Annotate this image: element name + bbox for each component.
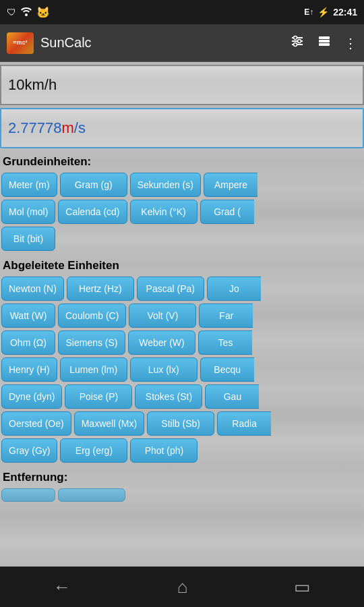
abgeleitet-row-6: Oersted (Oe) Maxwell (Mx) Stilb (Sb) Rad… (1, 411, 363, 436)
btn-joule[interactable]: Jo (207, 277, 261, 301)
btn-henry[interactable]: Henry (H) (1, 357, 57, 382)
abgeleitet-row-7: Gray (Gy) Erg (erg) Phot (ph) (1, 438, 363, 463)
clock: 22:41 (333, 7, 357, 18)
abgeleitet-row-3: Ohm (Ω) Siemens (S) Weber (W) Tes (1, 330, 363, 355)
btn-ampere[interactable]: Ampere (204, 173, 257, 197)
more-icon[interactable]: ⋮ (344, 35, 357, 51)
main-content: 10km/h 2.77778m/s Grundeinheiten: Meter … (0, 62, 364, 567)
btn-calenda[interactable]: Calenda (cd) (58, 200, 127, 224)
home-button[interactable]: ⌂ (164, 571, 202, 603)
btn-watt[interactable]: Watt (W) (1, 304, 55, 328)
svg-point-5 (298, 40, 301, 43)
svg-point-4 (294, 36, 297, 40)
btn-farad[interactable]: Far (199, 304, 253, 328)
btn-phot[interactable]: Phot (ph) (130, 438, 198, 463)
content-scroll: 10km/h 2.77778m/s Grundeinheiten: Meter … (0, 62, 364, 567)
btn-entfernung-1[interactable] (1, 488, 55, 502)
title-bar: =mc² SunCalc ⋮ (0, 24, 364, 62)
logo-text: =mc² (13, 40, 27, 46)
btn-tesla[interactable]: Tes (198, 330, 252, 355)
input-value-ms-suffix: /s (74, 119, 86, 137)
status-bar: 🛡 🐱 E↑ ⚡ 22:41 (0, 0, 364, 24)
sliders-icon[interactable] (290, 34, 305, 52)
grundeinheiten-buttons: Meter (m) Gram (g) Sekunden (s) Ampere M… (0, 171, 364, 255)
btn-sekunden[interactable]: Sekunden (s) (130, 173, 201, 197)
btn-kelvin[interactable]: Kelvin (°K) (130, 200, 198, 224)
btn-oersted[interactable]: Oersted (Oe) (1, 411, 71, 436)
btn-newton[interactable]: Newton (N) (1, 277, 64, 301)
svg-point-0 (25, 13, 28, 16)
btn-gauss[interactable]: Gau (205, 384, 259, 409)
svg-point-6 (294, 43, 297, 47)
btn-lux[interactable]: Lux (lx) (130, 357, 198, 382)
btn-stokes[interactable]: Stokes (St) (135, 384, 202, 409)
nav-bar: ← ⌂ ▭ (0, 567, 364, 607)
input-value-ms-main: 2.77778 (8, 119, 62, 137)
btn-mol[interactable]: Mol (mol) (1, 200, 55, 224)
btn-meter[interactable]: Meter (m) (1, 173, 57, 197)
grundeinheiten-row-2: Mol (mol) Calenda (cd) Kelvin (°K) Grad … (1, 200, 363, 224)
abgeleitet-buttons: Newton (N) Hertz (Hz) Pascal (Pa) Jo Wat… (0, 275, 364, 467)
title-bar-actions: ⋮ (290, 34, 357, 52)
section-grundeinheiten: Grundeinheiten: (0, 151, 364, 171)
back-button[interactable]: ← (40, 571, 84, 603)
svg-rect-8 (319, 40, 330, 42)
btn-gram[interactable]: Gram (g) (60, 173, 127, 197)
abgeleitet-row-5: Dyne (dyn) Poise (P) Stokes (St) Gau (1, 384, 363, 409)
btn-gray[interactable]: Gray (Gy) (1, 438, 57, 463)
btn-ohm[interactable]: Ohm (Ω) (1, 330, 55, 355)
input-value-ms-unit: m (62, 119, 74, 137)
grundeinheiten-row-1: Meter (m) Gram (g) Sekunden (s) Ampere (1, 173, 363, 197)
status-right: E↑ ⚡ 22:41 (304, 7, 357, 18)
btn-dyne[interactable]: Dyne (dyn) (1, 384, 62, 409)
btn-volt[interactable]: Volt (V) (129, 304, 196, 328)
btn-siemens[interactable]: Siemens (S) (58, 330, 125, 355)
btn-grad[interactable]: Grad ( (200, 200, 254, 224)
btn-coulomb[interactable]: Coulomb (C) (58, 304, 126, 328)
list-icon[interactable] (317, 34, 332, 52)
entfernung-row-1 (1, 488, 363, 502)
cat-icon: 🐱 (36, 6, 50, 19)
btn-weber[interactable]: Weber (W) (128, 330, 195, 355)
btn-maxwell[interactable]: Maxwell (Mx) (74, 411, 144, 436)
abgeleitet-row-4: Henry (H) Lumen (lm) Lux (lx) Becqu (1, 357, 363, 382)
svg-rect-7 (319, 36, 330, 39)
btn-erg[interactable]: Erg (erg) (60, 438, 127, 463)
shield-icon: 🛡 (7, 7, 16, 18)
wifi-icon (20, 7, 32, 18)
btn-stilb[interactable]: Stilb (Sb) (147, 411, 214, 436)
btn-bit[interactable]: Bit (bit) (1, 227, 55, 251)
btn-hertz[interactable]: Hertz (Hz) (67, 277, 134, 301)
btn-pascal[interactable]: Pascal (Pa) (137, 277, 204, 301)
input-value-kmh: 10km/h (8, 76, 57, 94)
btn-entfernung-2[interactable] (58, 488, 125, 502)
recent-button[interactable]: ▭ (280, 571, 324, 603)
grundeinheiten-row-3: Bit (bit) (1, 227, 363, 251)
section-abgeleitet: Abgeleitete Einheiten (0, 255, 364, 275)
section-entfernung: Entfernung: (0, 467, 364, 487)
btn-lumen[interactable]: Lumen (lm) (60, 357, 127, 382)
status-icons-left: 🛡 🐱 (7, 6, 50, 19)
svg-rect-9 (319, 43, 330, 46)
input-field-kmh[interactable]: 10km/h (0, 65, 364, 105)
battery-icon: ⚡ (317, 7, 329, 18)
btn-poise[interactable]: Poise (P) (65, 384, 132, 409)
abgeleitet-row-2: Watt (W) Coulomb (C) Volt (V) Far (1, 304, 363, 328)
entfernung-buttons (0, 487, 364, 506)
input-field-ms[interactable]: 2.77778m/s (0, 108, 364, 148)
abgeleitet-row-1: Newton (N) Hertz (Hz) Pascal (Pa) Jo (1, 277, 363, 301)
app-logo: =mc² (7, 32, 34, 54)
btn-radiance[interactable]: Radia (217, 411, 271, 436)
app-title: SunCalc (40, 35, 290, 51)
signal-icon: E↑ (304, 7, 313, 17)
btn-becquerel[interactable]: Becqu (200, 357, 254, 382)
